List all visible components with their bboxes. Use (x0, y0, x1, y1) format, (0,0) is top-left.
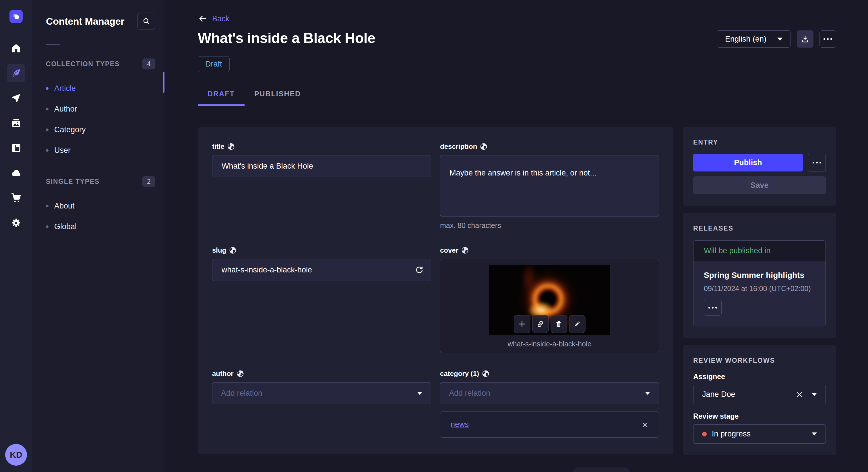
author-field-label-row: author (212, 370, 431, 378)
category-field-label-row: category (1) (440, 370, 659, 378)
globe-icon (461, 247, 469, 254)
single-types-count-badge: 2 (143, 176, 155, 187)
release-card-body: Spring Summer highlights 09/11/2024 at 1… (693, 261, 826, 326)
chevron-down-icon (645, 392, 650, 395)
paper-plane-icon[interactable] (7, 89, 25, 107)
description-field-label: description (440, 142, 477, 150)
save-button[interactable]: Save (693, 176, 826, 194)
right-sidebar: ENTRY Publish Save RELEASES Will be publ… (683, 127, 836, 455)
sidebar-item-author[interactable]: Author (46, 99, 155, 119)
sidebar-item-user[interactable]: User (46, 140, 155, 161)
content-manager-sidebar: Content Manager COLLECTION TYPES 4 Artic… (32, 0, 165, 472)
add-media-button[interactable] (514, 315, 530, 333)
export-button[interactable] (797, 30, 813, 47)
release-more-button[interactable] (704, 300, 722, 316)
collection-types-list: Article Author Category User (46, 78, 155, 161)
arrow-left-icon (198, 14, 208, 24)
back-label[interactable]: Back (212, 14, 229, 23)
strapi-logo-icon (12, 12, 20, 21)
download-icon (801, 35, 809, 43)
sidebar-title: Content Manager (46, 16, 124, 27)
back-link[interactable]: Back (198, 14, 229, 24)
sidebar-header: Content Manager (46, 12, 155, 30)
media-library-icon[interactable] (7, 114, 25, 132)
user-avatar[interactable]: KD (5, 444, 27, 466)
form-row-3: author Add relation (212, 370, 659, 438)
clear-assignee-icon[interactable] (796, 391, 803, 398)
category-field-label: category (1) (440, 370, 479, 378)
delete-media-button[interactable] (551, 315, 567, 333)
review-stage-label: Review stage (693, 412, 826, 420)
regenerate-slug-icon[interactable] (415, 266, 424, 274)
category-relation-item: news (440, 411, 659, 438)
cover-media-box: what-s-inside-a-black-hole (440, 259, 659, 353)
collection-types-label: COLLECTION TYPES (46, 60, 120, 68)
rail-icons (7, 39, 25, 232)
bullet-icon (46, 149, 49, 152)
content-type-builder-icon[interactable] (7, 139, 25, 157)
slug-input-wrap (212, 259, 431, 281)
sidebar-item-category[interactable]: Category (46, 119, 155, 140)
entry-buttons: Publish (693, 154, 826, 171)
slug-field-label: slug (212, 246, 226, 255)
content-manager-feather-icon[interactable] (7, 64, 25, 82)
sidebar-item-article[interactable]: Article (46, 78, 155, 99)
content-area: title description (198, 127, 836, 455)
entry-panel: ENTRY Publish Save (683, 127, 836, 206)
sidebar-item-label: About (54, 202, 74, 210)
home-icon[interactable] (7, 39, 25, 57)
chevron-down-icon (812, 432, 817, 436)
title-field-label: title (212, 142, 224, 150)
title-input[interactable] (212, 155, 431, 177)
bullet-icon (46, 205, 49, 207)
author-field: author Add relation (212, 370, 431, 438)
tab-draft[interactable]: DRAFT (198, 90, 245, 106)
copy-link-button[interactable] (532, 315, 549, 333)
slug-input[interactable] (212, 259, 431, 281)
entry-more-button[interactable] (808, 154, 826, 171)
author-placeholder: Add relation (221, 389, 262, 398)
release-card: Will be published in Spring Summer highl… (693, 240, 826, 326)
locale-select[interactable]: English (en) (717, 30, 791, 47)
edit-media-button[interactable] (569, 315, 585, 333)
description-textarea[interactable]: Maybe the answer is in this article, or … (440, 155, 659, 217)
cover-actions (514, 315, 585, 333)
single-types-header: SINGLE TYPES 2 (46, 176, 155, 187)
more-actions-button[interactable] (819, 30, 836, 47)
publish-button[interactable]: Publish (693, 154, 803, 171)
cover-field-label: cover (440, 246, 458, 255)
ellipsis-icon (708, 307, 717, 308)
header-actions: English (en) (717, 30, 836, 47)
rail-bottom: KD (0, 439, 32, 472)
strapi-logo[interactable] (9, 10, 23, 23)
chevron-down-icon (417, 392, 422, 395)
sidebar-item-label: Article (54, 84, 76, 93)
relation-link-news[interactable]: news (451, 420, 469, 429)
entry-panel-header: ENTRY (693, 138, 826, 146)
locale-value: English (en) (725, 35, 766, 43)
collection-types-header: COLLECTION TYPES 4 (46, 59, 155, 69)
author-relation-select[interactable]: Add relation (212, 382, 431, 404)
cover-field-label-row: cover (440, 246, 659, 255)
sidebar-item-global[interactable]: Global (46, 216, 155, 237)
settings-gear-icon[interactable] (7, 214, 25, 232)
status-badge: Draft (198, 56, 229, 72)
bullet-icon (46, 87, 49, 90)
globe-icon (237, 370, 244, 377)
search-button[interactable] (137, 12, 155, 30)
collection-types-count-badge: 4 (143, 59, 155, 69)
category-relation-select[interactable]: Add relation (440, 382, 659, 404)
form-row-1: title description (212, 142, 659, 230)
sidebar-scrollbar-thumb[interactable] (163, 72, 164, 93)
sidebar-item-label: Global (54, 222, 76, 231)
cloud-icon[interactable] (7, 164, 25, 182)
plus-icon (518, 320, 526, 328)
version-tabs: DRAFT PUBLISHED (198, 90, 836, 106)
remove-relation-icon[interactable] (642, 421, 648, 428)
sidebar-item-about[interactable]: About (46, 196, 155, 216)
sidebar-item-label: Author (54, 105, 77, 113)
assignee-combobox[interactable]: Jane Doe (693, 385, 826, 404)
tab-published[interactable]: PUBLISHED (245, 90, 311, 106)
review-stage-select[interactable]: In progress (693, 425, 826, 444)
marketplace-cart-icon[interactable] (7, 189, 25, 207)
